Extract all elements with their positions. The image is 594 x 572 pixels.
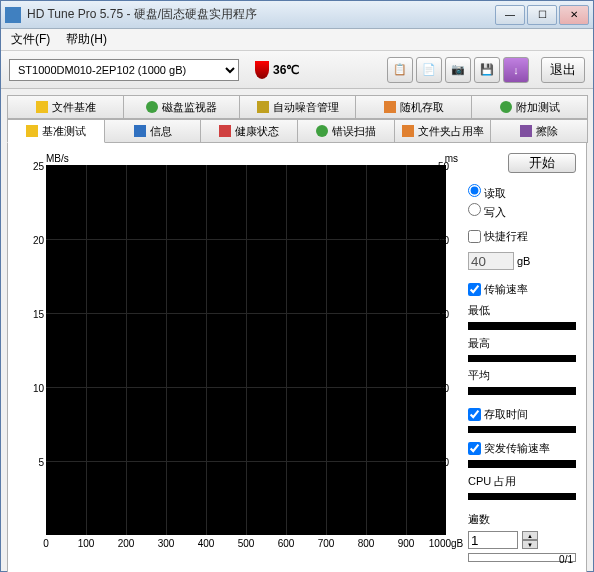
benchmark-chart: MB/s ms 25 20 15 10 5 50 40 30 20 10 0 1… [18,153,458,563]
exit-button[interactable]: 退出 [541,57,585,83]
options-button[interactable]: ↓ [503,57,529,83]
tab-extra-tests[interactable]: 附加测试 [471,95,588,119]
scan-icon [316,125,328,137]
copy-info-button[interactable]: 📋 [387,57,413,83]
menu-file[interactable]: 文件(F) [7,29,54,50]
bulb-icon [36,101,48,113]
close-button[interactable]: ✕ [559,5,589,25]
tab-error-scan[interactable]: 错误扫描 [297,119,395,143]
tab-disk-monitor[interactable]: 磁盘监视器 [123,95,240,119]
tab-benchmark[interactable]: 基准测试 [7,119,105,143]
window-title: HD Tune Pro 5.75 - 硬盘/固态硬盘实用程序 [27,6,495,23]
value-burst [468,460,576,468]
screenshot-button[interactable]: 📷 [445,57,471,83]
speaker-icon [257,101,269,113]
value-access [468,426,576,434]
value-avg [468,387,576,395]
save-button[interactable]: 💾 [474,57,500,83]
tab-folder-usage[interactable]: 文件夹占用率 [394,119,492,143]
erase-icon [520,125,532,137]
maximize-button[interactable]: ☐ [527,5,557,25]
tab-info[interactable]: 信息 [104,119,202,143]
checkbox-burst[interactable] [468,442,481,455]
iterations-input[interactable] [468,531,518,549]
temperature-value: 36℃ [273,63,299,77]
checkbox-quick[interactable] [468,230,481,243]
copy-screenshot-button[interactable]: 📄 [416,57,442,83]
app-icon [5,7,21,23]
menu-help[interactable]: 帮助(H) [62,29,111,50]
value-max [468,355,576,363]
label-cpu: CPU 占用 [468,474,576,489]
label-iterations: 遍数 [468,512,576,527]
bulb-icon [26,125,38,137]
start-button[interactable]: 开始 [508,153,576,173]
health-icon [219,125,231,137]
radio-read[interactable]: 读取 [468,183,576,202]
progress-bar: 0/1 [468,553,576,562]
drive-select[interactable]: ST1000DM010-2EP102 (1000 gB) [9,59,239,81]
radio-write[interactable]: 写入 [468,202,576,221]
y-axis-left-label: MB/s [46,153,69,164]
tab-aam[interactable]: 自动噪音管理 [239,95,356,119]
spinner-down[interactable]: ▼ [522,540,538,549]
folder-icon [402,125,414,137]
monitor-icon [146,101,158,113]
value-cpu [468,493,576,501]
random-icon [384,101,396,113]
tab-random-access[interactable]: 随机存取 [355,95,472,119]
label-avg: 平均 [468,368,576,383]
value-min [468,322,576,330]
minimize-button[interactable]: — [495,5,525,25]
tab-health[interactable]: 健康状态 [200,119,298,143]
quick-value-input[interactable] [468,252,514,270]
tab-erase[interactable]: 擦除 [490,119,588,143]
checkbox-access[interactable] [468,408,481,421]
info-icon [134,125,146,137]
extra-icon [500,101,512,113]
thermometer-icon [255,61,269,79]
spinner-up[interactable]: ▲ [522,531,538,540]
label-min: 最低 [468,303,576,318]
label-max: 最高 [468,336,576,351]
checkbox-transfer[interactable] [468,283,481,296]
tab-file-benchmark[interactable]: 文件基准 [7,95,124,119]
